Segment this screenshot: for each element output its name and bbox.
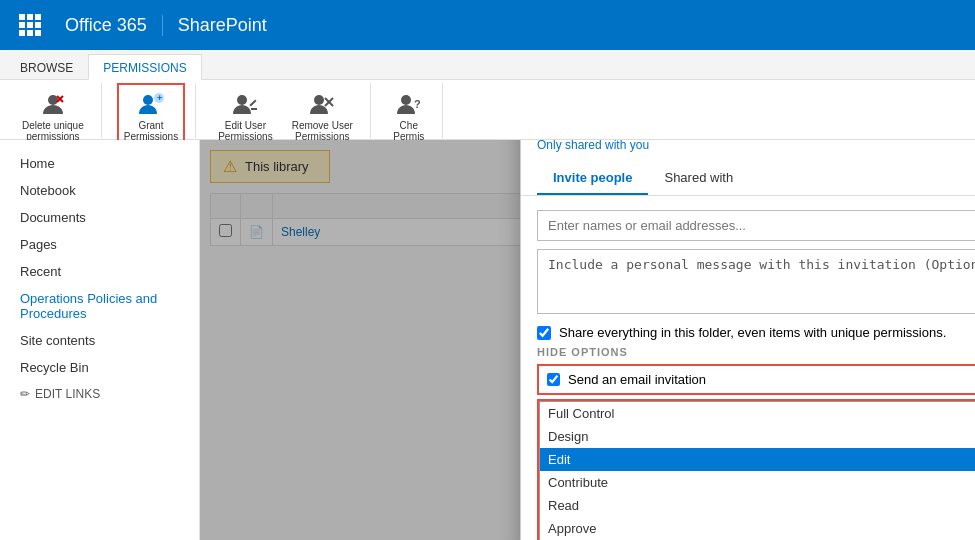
- email-invite-row: Send an email invitation: [537, 364, 975, 395]
- edit-links-label: EDIT LINKS: [35, 387, 100, 401]
- ribbon-content: Delete uniquepermissions Inheritance +: [0, 80, 975, 140]
- permissions-list-wrapper: Full Control Design Edit Contribute Read…: [537, 399, 975, 540]
- perm-full-control[interactable]: Full Control: [540, 402, 975, 425]
- edit-links-button[interactable]: ✏ EDIT LINKS: [0, 381, 199, 407]
- sidebar: Home Notebook Documents Pages Recent Ope…: [0, 140, 200, 540]
- waffle-icon[interactable]: [10, 0, 50, 50]
- hide-options-label: HIDE OPTIONS: [537, 346, 975, 358]
- top-nav: Office 365 SharePoint: [0, 0, 975, 50]
- sidebar-item-pages[interactable]: Pages: [0, 231, 199, 258]
- delete-unique-label: Delete uniquepermissions: [22, 120, 84, 142]
- modal-subtitle[interactable]: Only shared with you: [537, 140, 975, 152]
- email-input[interactable]: [537, 210, 975, 241]
- modal-overlay: Share 'Operations Policies and Procedure…: [200, 140, 975, 540]
- remove-user-label: Remove UserPermissions: [292, 120, 353, 142]
- grant-permissions-icon: +: [135, 88, 167, 120]
- svg-point-3: [143, 95, 153, 105]
- ribbon-group-modify: Edit UserPermissions Remove UserPermissi…: [201, 83, 371, 138]
- app-name: Office 365: [50, 15, 163, 36]
- edit-user-label: Edit UserPermissions: [218, 120, 272, 142]
- tab-permissions[interactable]: PERMISSIONS: [88, 54, 201, 80]
- svg-point-6: [237, 95, 247, 105]
- site-name: SharePoint: [163, 15, 282, 36]
- remove-user-icon: [306, 88, 338, 120]
- perm-approve[interactable]: Approve: [540, 517, 975, 540]
- ribbon-group-inheritance: Delete uniquepermissions Inheritance: [5, 83, 102, 138]
- svg-text:+: +: [157, 93, 162, 103]
- main-area: Home Notebook Documents Pages Recent Ope…: [0, 140, 975, 540]
- permissions-list: Full Control Design Edit Contribute Read…: [539, 401, 975, 540]
- ribbon: BROWSE PERMISSIONS Delete uniquepermissi…: [0, 50, 975, 140]
- perm-design[interactable]: Design: [540, 425, 975, 448]
- ribbon-tabs: BROWSE PERMISSIONS: [0, 50, 975, 80]
- sidebar-item-ops-policies[interactable]: Operations Policies and Procedures: [0, 285, 199, 327]
- grant-permissions-button[interactable]: + GrantPermissions: [117, 83, 185, 147]
- share-checkbox-row: Share everything in this folder, even it…: [537, 325, 975, 340]
- tab-shared-with[interactable]: Shared with: [648, 162, 749, 195]
- tab-invite-people[interactable]: Invite people: [537, 162, 648, 195]
- share-modal: Share 'Operations Policies and Procedure…: [520, 140, 975, 540]
- content-area: ⚠ This library Name 📄 Shelley: [200, 140, 975, 540]
- edit-user-icon: [229, 88, 261, 120]
- check-permissions-icon: ?: [393, 88, 425, 120]
- svg-rect-8: [251, 108, 257, 110]
- email-invite-label: Send an email invitation: [568, 372, 706, 387]
- svg-point-9: [314, 95, 324, 105]
- svg-text:?: ?: [414, 98, 421, 110]
- delete-permissions-icon: [37, 88, 69, 120]
- share-all-checkbox[interactable]: [537, 326, 551, 340]
- edit-user-permissions-button[interactable]: Edit UserPermissions: [211, 83, 279, 147]
- tab-browse[interactable]: BROWSE: [5, 54, 88, 79]
- message-textarea[interactable]: Include a personal message with this inv…: [537, 249, 975, 314]
- check-label: ChePermis: [393, 120, 424, 142]
- sidebar-item-recycle-bin[interactable]: Recycle Bin: [0, 354, 199, 381]
- email-invite-checkbox[interactable]: [547, 373, 560, 386]
- sidebar-item-home[interactable]: Home: [0, 150, 199, 177]
- perm-read[interactable]: Read: [540, 494, 975, 517]
- svg-point-12: [401, 95, 411, 105]
- sidebar-item-notebook[interactable]: Notebook: [0, 177, 199, 204]
- ribbon-group-check: ? ChePermis Che: [376, 83, 443, 138]
- delete-unique-permissions-button[interactable]: Delete uniquepermissions: [15, 83, 91, 147]
- sidebar-item-recent[interactable]: Recent: [0, 258, 199, 285]
- check-permissions-button[interactable]: ? ChePermis: [386, 83, 432, 147]
- grant-permissions-label: GrantPermissions: [124, 120, 178, 142]
- sidebar-item-site-contents[interactable]: Site contents: [0, 327, 199, 354]
- svg-rect-7: [250, 99, 257, 106]
- share-checkbox-label: Share everything in this folder, even it…: [559, 325, 946, 340]
- modal-tabs: Invite people Shared with: [521, 162, 975, 196]
- pencil-icon: ✏: [20, 387, 30, 401]
- remove-user-permissions-button[interactable]: Remove UserPermissions: [285, 83, 360, 147]
- perm-edit[interactable]: Edit: [540, 448, 975, 471]
- ribbon-group-grant: + GrantPermissions Grant: [107, 83, 196, 138]
- modal-body: Only shared with you Invite people Share…: [521, 140, 975, 540]
- sidebar-item-documents[interactable]: Documents: [0, 204, 199, 231]
- perm-contribute[interactable]: Contribute: [540, 471, 975, 494]
